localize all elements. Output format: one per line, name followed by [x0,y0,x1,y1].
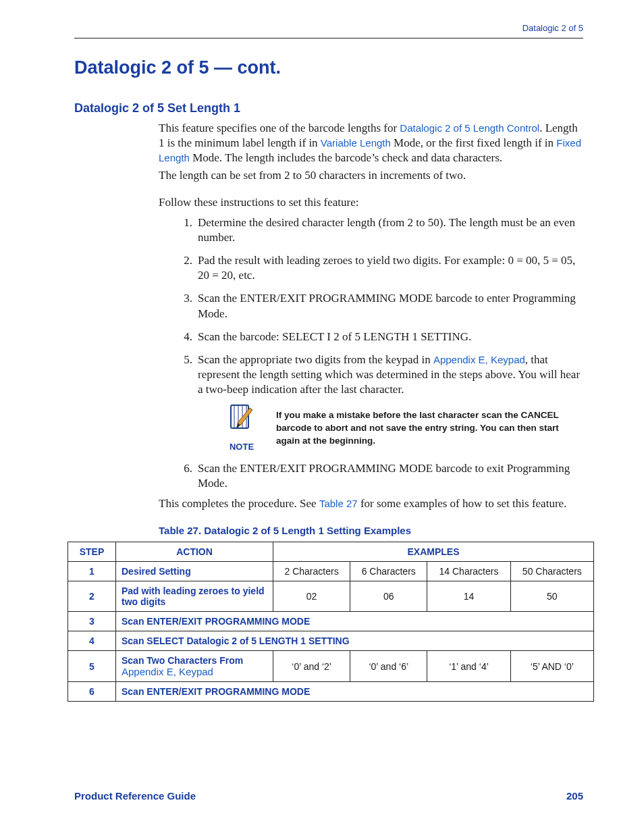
text: Mode, or the first fixed length if in [391,136,557,149]
cell-ex: 2 Characters [273,562,350,581]
note-text: If you make a mistake before the last ch… [276,409,583,448]
examples-table: STEP ACTION EXAMPLES 1 Desired Setting 2… [68,542,594,702]
page-footer: Product Reference Guide 205 [74,790,583,802]
link-appendix-e[interactable]: Appendix E, Keypad [122,666,213,677]
footer-page-number: 205 [566,790,583,802]
cell-ex: 14 [427,581,510,612]
cell-action: Scan SELECT Datalogic 2 of 5 LENGTH 1 SE… [116,631,594,651]
note-label: NOTE [230,442,254,453]
text: This feature specifies one of the barcod… [159,122,400,134]
cell-ex: 02 [273,581,350,612]
table-row: 4 Scan SELECT Datalogic 2 of 5 LENGTH 1 … [68,631,594,651]
note-block: NOTE If you make a mistake before the la… [225,401,583,453]
link-table-27[interactable]: Table 27 [319,498,358,509]
cell-action: Scan ENTER/EXIT PROGRAMMING MODE [116,682,594,702]
cell-step: 4 [68,631,116,651]
cell-ex: 50 [510,581,593,612]
closing-paragraph: This completes the procedure. See Table … [159,496,583,511]
note-icon [227,401,257,438]
instructions-list: Determine the desired character length (… [159,215,583,491]
cell-action: Scan Two Characters From Appendix E, Key… [116,651,273,682]
section-title: Datalogic 2 of 5 Set Length 1 [74,101,583,115]
text: Mode. The length includes the barcode’s … [190,151,502,164]
step-3: Scan the ENTER/EXIT PROGRAMMING MODE bar… [195,291,583,321]
cell-step: 5 [68,651,116,682]
cell-action: Desired Setting [116,562,273,581]
table-row: 6 Scan ENTER/EXIT PROGRAMMING MODE [68,682,594,702]
cell-ex: ‘1’ and ‘4’ [427,651,510,682]
table-row: 3 Scan ENTER/EXIT PROGRAMMING MODE [68,612,594,631]
running-header: Datalogic 2 of 5 [74,23,583,38]
step-5: Scan the appropriate two digits from the… [195,353,583,453]
cell-ex: ‘0’ and ‘2’ [273,651,350,682]
text: Scan Two Characters From [122,655,243,666]
cell-action: Pad with leading zeroes to yield two dig… [116,581,273,612]
table-row: 1 Desired Setting 2 Characters 6 Charact… [68,562,594,581]
text: Scan the appropriate two digits from the… [198,353,433,366]
cell-ex: ‘5’ AND ‘0’ [510,651,593,682]
cell-ex: 14 Characters [427,562,510,581]
link-variable-length[interactable]: Variable Length [321,137,391,149]
link-length-control[interactable]: Datalogic 2 of 5 Length Control [400,122,539,134]
col-action: ACTION [116,542,273,562]
text: This completes the procedure. See [159,497,319,510]
table-row: 5 Scan Two Characters From Appendix E, K… [68,651,594,682]
page-title: Datalogic 2 of 5 — cont. [74,57,583,78]
intro-paragraph: This feature specifies one of the barcod… [159,121,583,165]
step-2: Pad the result with leading zeroes to yi… [195,253,583,283]
range-paragraph: The length can be set from 2 to 50 chara… [159,168,583,183]
step-4: Scan the barcode: SELECT I 2 of 5 LENGTH… [195,330,583,344]
table-title: Table 27. Datalogic 2 of 5 Length 1 Sett… [159,525,583,536]
col-examples: EXAMPLES [273,542,594,562]
instructions-intro: Follow these instructions to set this fe… [159,195,583,210]
cell-step: 3 [68,612,116,631]
cell-step: 2 [68,581,116,612]
table-header-row: STEP ACTION EXAMPLES [68,542,594,562]
step-6: Scan the ENTER/EXIT PROGRAMMING MODE bar… [195,461,583,491]
cell-ex: 6 Characters [350,562,427,581]
col-step: STEP [68,542,116,562]
footer-left: Product Reference Guide [74,790,196,802]
link-appendix-e[interactable]: Appendix E, Keypad [433,354,525,365]
cell-action: Scan ENTER/EXIT PROGRAMMING MODE [116,612,594,631]
cell-ex: ‘0’ and ‘6’ [350,651,427,682]
table-row: 2 Pad with leading zeroes to yield two d… [68,581,594,612]
cell-ex: 06 [350,581,427,612]
cell-step: 6 [68,682,116,702]
cell-ex: 50 Characters [510,562,593,581]
text: for some examples of how to set this fea… [358,497,567,510]
cell-step: 1 [68,562,116,581]
step-1: Determine the desired character length (… [195,215,583,245]
